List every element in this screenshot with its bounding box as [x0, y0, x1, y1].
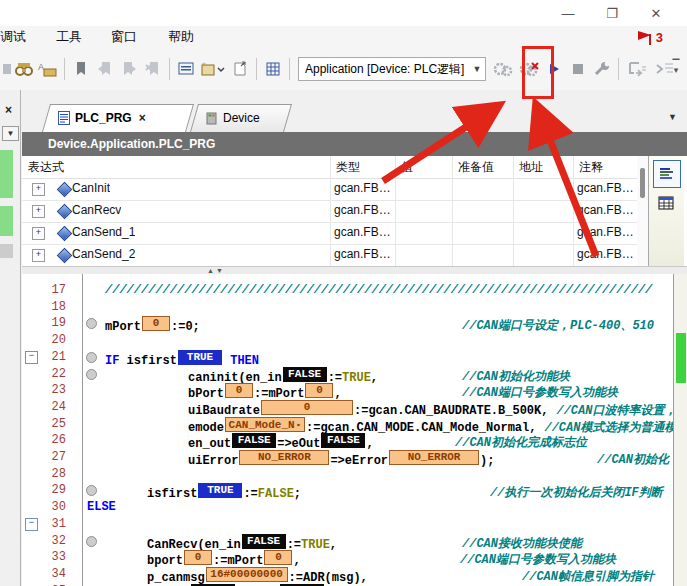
col-value[interactable]: 值 — [401, 159, 413, 176]
expand-icon[interactable]: + — [32, 205, 45, 218]
menu-tools[interactable]: 工具 — [50, 26, 88, 48]
tabular-view-button[interactable] — [653, 190, 679, 216]
replace-icon[interactable]: A — [36, 56, 60, 82]
code-line[interactable]: 21−IF isfirstTRUE THEN — [22, 349, 687, 366]
monitor-bool-false-box[interactable]: FALSE — [321, 433, 365, 448]
monitor-value-box[interactable]: 0 — [264, 550, 292, 565]
expand-icon[interactable]: + — [32, 249, 45, 262]
maximize-button[interactable]: ❐ — [596, 2, 628, 24]
cell-comment: gcan.FB… — [577, 203, 634, 217]
add-object-icon[interactable] — [228, 56, 252, 82]
code-line[interactable]: 22caninit(en_inFALSE:=TRUE,//CAN初始化功能块 — [22, 366, 687, 383]
scroll-marker-green — [676, 333, 686, 383]
code-line[interactable]: 19mPort0:=0;//CAN端口号设定，PLC-400、510 — [22, 315, 687, 332]
minimize-button[interactable]: — — [552, 2, 584, 24]
editor-scrollbar[interactable] — [673, 274, 687, 586]
splitter-handle-icon[interactable]: ▲▼ — [207, 267, 225, 274]
cell-name: CanRecv — [72, 203, 121, 217]
variable-icon — [57, 182, 73, 198]
cell-name: CanInit — [72, 181, 110, 195]
variable-icon — [57, 248, 73, 264]
code-line[interactable]: 32CanRecv(en_inFALSE:=TRUE,//CAN接收功能块使能 — [22, 533, 687, 550]
code-line[interactable]: 25emodeCAN_Mode_N▸:=gcan.CAN_MODE.CAN_Mo… — [22, 416, 687, 433]
table-scrollbar[interactable] — [637, 156, 648, 266]
fold-collapse-icon[interactable]: − — [25, 351, 38, 364]
breakpoint-settings-icon[interactable] — [590, 56, 614, 82]
monitor-value-box[interactable]: NO_ERROR — [389, 450, 479, 465]
stop-icon[interactable] — [566, 56, 590, 82]
declaration-view-button[interactable] — [653, 160, 681, 188]
monitor-bool-false-box[interactable]: FALSE — [232, 433, 276, 448]
code-line[interactable]: 20 — [22, 332, 687, 349]
panel-close-button[interactable]: × — [1, 102, 16, 117]
code-line[interactable]: 24uiBaudrate0:=gcan.CAN_BAUDRATE.B_500K,… — [22, 399, 687, 416]
st-code-editor[interactable]: 17//////////////////////////////////////… — [22, 274, 687, 586]
monitor-value-box[interactable]: 0 — [261, 400, 353, 415]
clipped-icon[interactable] — [0, 56, 12, 82]
monitor-bool-true-box[interactable]: TRUE — [198, 483, 242, 498]
code-line[interactable]: 34p_canmsg16#00000000:=ADR(msg),//CAN帧信息… — [22, 566, 687, 583]
find-icon[interactable] — [12, 56, 36, 82]
build-icon[interactable] — [261, 56, 285, 82]
status-block-green — [0, 206, 13, 236]
col-address[interactable]: 地址 — [519, 159, 543, 176]
line-number: 23 — [22, 383, 66, 397]
tab-device[interactable]: Device — [190, 104, 286, 132]
declaration-watch-table: 表达式 类型 值 准备值 地址 注释 +CanInitgcan.FB…gcan.… — [22, 156, 687, 266]
code-line[interactable]: 35en_outFALSE=>eOutFALSE, — [22, 583, 687, 586]
tab-close-icon[interactable]: × — [139, 111, 146, 125]
expand-icon[interactable]: + — [32, 227, 45, 240]
active-application-selector[interactable]: Application [Device: PLC逻辑] ▼ — [298, 57, 486, 81]
monitor-bool-false-box[interactable]: FALSE — [242, 534, 286, 549]
monitor-value-box[interactable]: 0 — [225, 383, 253, 398]
col-prepared[interactable]: 准备值 — [458, 159, 494, 176]
pou-path-header: Device.Application.PLC_PRG — [22, 132, 687, 156]
monitor-value-box[interactable]: NO_ERROR — [239, 450, 329, 465]
tab-scroll-dropdown[interactable]: ▼ — [668, 112, 677, 122]
code-line[interactable]: 29isfirstTRUE:=FALSE;//执行一次初始化后关闭IF判断 — [22, 482, 687, 499]
col-expression[interactable]: 表达式 — [28, 159, 64, 176]
code-line[interactable]: 31− — [22, 516, 687, 533]
fold-collapse-icon[interactable]: − — [25, 518, 38, 531]
toolbar-overflow-button[interactable]: ▔▾ — [669, 56, 683, 78]
monitor-value-box[interactable]: 16#00000000 — [206, 567, 288, 582]
monitor-value-box[interactable]: 0 — [142, 316, 170, 331]
col-comment[interactable]: 注释 — [579, 159, 603, 176]
monitor-value-box[interactable]: 0 — [305, 383, 333, 398]
cell-type: gcan.FB… — [334, 225, 391, 239]
monitor-value-box[interactable]: 0 — [184, 550, 212, 565]
cell-comment: gcan.FB… — [577, 225, 634, 239]
next-bookmark-icon[interactable] — [117, 56, 141, 82]
monitor-bool-true-box[interactable]: TRUE — [178, 350, 222, 365]
expand-icon[interactable]: + — [32, 183, 45, 196]
login-icon[interactable] — [490, 56, 516, 82]
prev-bookmark-icon[interactable] — [93, 56, 117, 82]
new-object-icon[interactable]: ✶ — [198, 56, 228, 82]
monitor-value-box[interactable]: CAN_Mode_N▸ — [225, 417, 305, 432]
code-line[interactable]: 23bPort0:=mPort0,//CAN端口号参数写入功能块 — [22, 382, 687, 399]
code-line[interactable]: 17//////////////////////////////////////… — [22, 282, 687, 299]
step-over-icon[interactable] — [623, 56, 651, 82]
message-flag[interactable]: 3 — [637, 30, 663, 45]
code-line[interactable]: 28 — [22, 466, 687, 483]
variable-icon — [57, 226, 73, 242]
tab-plc-prg[interactable]: PLC_PRG × — [42, 104, 188, 132]
code-line[interactable]: 26en_outFALSE=>eOutFALSE,//CAN初始化完成标志位 — [22, 432, 687, 449]
line-number: 30 — [22, 500, 66, 514]
menu-debug[interactable]: 调试 — [0, 26, 32, 48]
code-line[interactable]: 18 — [22, 299, 687, 316]
toggle-bookmark-icon[interactable] — [69, 56, 93, 82]
monitor-bool-false-box[interactable]: FALSE — [283, 367, 327, 382]
code-line[interactable]: 30ELSE — [22, 499, 687, 516]
code-line[interactable]: 33bport0:=mPort0,//CAN端口号参数写入功能块 — [22, 549, 687, 566]
col-type[interactable]: 类型 — [336, 159, 360, 176]
menu-window[interactable]: 窗口 — [105, 26, 143, 48]
pou-document-icon — [58, 111, 70, 125]
menu-help[interactable]: 帮助 — [162, 26, 200, 48]
properties-icon[interactable] — [174, 56, 198, 82]
clear-bookmarks-icon[interactable] — [141, 56, 165, 82]
code-line[interactable]: 27uiErrorNO_ERROR=>eErrorNO_ERROR);//CAN… — [22, 449, 687, 466]
panel-dropdown-button[interactable]: ▼ — [2, 126, 19, 141]
close-button[interactable]: ✕ — [640, 2, 672, 24]
editor-pane: PLC_PRG × Device ▼ Device.Application.PL… — [22, 90, 687, 586]
